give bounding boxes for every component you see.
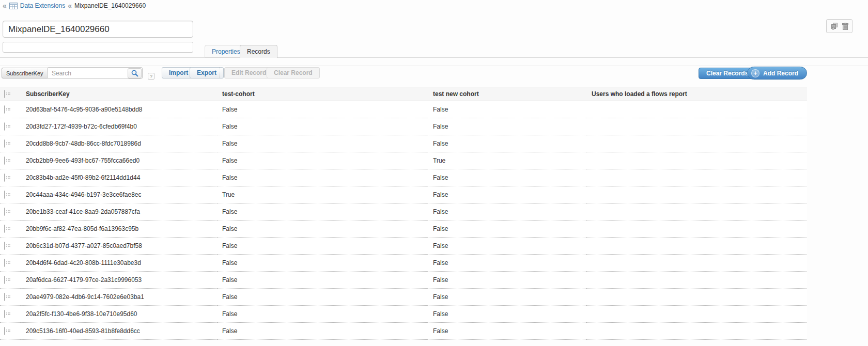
cell-users-flows-report <box>586 238 807 255</box>
row-checkbox[interactable] <box>4 310 5 318</box>
cell-users-flows-report <box>586 221 807 238</box>
cell-test-cohort: True <box>217 186 428 203</box>
column-header-subscriberkey[interactable]: SubscriberKey <box>21 87 217 101</box>
cell-users-flows-report <box>586 255 807 272</box>
row-checkbox[interactable] <box>4 242 5 250</box>
table-row[interactable]: 20b4d6f4-6dad-4c20-808b-1111e30abe3d Fal… <box>0 255 807 272</box>
row-checkbox[interactable] <box>4 259 5 267</box>
toolbar-divider <box>219 68 220 77</box>
breadcrumb-separator-icon: « <box>68 2 72 9</box>
cell-test-cohort: False <box>217 152 428 169</box>
data-extension-grid-icon <box>9 3 18 9</box>
cell-subscriberkey: 20a2f5fc-f130-4be6-9f38-10e710e95d60 <box>21 306 217 323</box>
row-checkbox[interactable] <box>4 208 5 216</box>
cell-test-new-cohort: False <box>428 289 586 306</box>
clear-record-button: Clear Record <box>267 67 320 78</box>
data-extension-name-field[interactable] <box>3 21 193 38</box>
select-all-checkbox[interactable] <box>4 90 5 98</box>
table-row[interactable]: 20cdd8b8-9cb7-48db-86cc-8fdc7018986d Fal… <box>0 135 807 152</box>
table-row[interactable]: 209c5136-16f0-40ed-8593-81b8fe8dd6cc Fal… <box>0 323 807 340</box>
cell-users-flows-report <box>586 186 807 203</box>
tab-records[interactable]: Records <box>240 45 277 58</box>
cell-subscriberkey: 20d3fd27-172f-4939-b72c-6cfedb69f4b0 <box>21 118 217 135</box>
cell-test-new-cohort: False <box>428 186 586 203</box>
table-row[interactable]: 20be1b33-ceaf-41ce-8aa9-2da057887cfa Fal… <box>0 203 807 221</box>
column-header-test-new-cohort[interactable]: test new cohort <box>428 87 586 101</box>
table-row[interactable]: 20ae4979-082e-4db6-9c14-7602e6e03ba1 Fal… <box>0 289 807 306</box>
table-row[interactable]: 20d3fd27-172f-4939-b72c-6cfedb69f4b0 Fal… <box>0 118 807 135</box>
add-record-button[interactable]: + Add Record <box>747 67 807 80</box>
row-checkbox[interactable] <box>4 327 5 335</box>
breadcrumb: « Data Extensions « MixpanelDE_164002966… <box>3 2 146 10</box>
magnifier-icon <box>131 70 138 77</box>
cell-test-cohort: False <box>217 289 428 306</box>
cell-test-cohort: False <box>217 272 428 289</box>
cell-subscriberkey: 20c44aaa-434c-4946-b197-3e3ce6fae8ec <box>21 186 217 203</box>
table-row[interactable]: 20cb2bb9-9ee6-493f-bc67-755fcca66ed0 Fal… <box>0 152 807 169</box>
cell-subscriberkey: 20c83b4b-ad2e-45f0-89b2-6f2114dd1d44 <box>21 169 217 186</box>
cell-test-new-cohort: True <box>428 152 586 169</box>
row-checkbox[interactable] <box>4 122 5 131</box>
table-row[interactable]: 20bb9f6c-af82-47ea-805d-f6a13963c95b Fal… <box>0 221 807 238</box>
table-row[interactable]: 20a2f5fc-f130-4be6-9f38-10e710e95d60 Fal… <box>0 306 807 323</box>
cell-test-cohort: False <box>217 221 428 238</box>
tab-baseline <box>0 57 868 58</box>
table-row[interactable]: 20af6dca-6627-4179-97ce-2a31c9996053 Fal… <box>0 272 807 289</box>
entity-actions-box <box>826 19 853 33</box>
cell-test-cohort: False <box>217 135 428 152</box>
cell-subscriberkey: 20af6dca-6627-4179-97ce-2a31c9996053 <box>21 272 217 289</box>
row-checkbox[interactable] <box>4 225 5 233</box>
cell-subscriberkey: 20be1b33-ceaf-41ce-8aa9-2da057887cfa <box>21 203 217 221</box>
search-field-dropdown-label: SubscriberKey <box>6 70 43 76</box>
cell-test-new-cohort: False <box>428 323 586 340</box>
plus-icon: + <box>751 69 760 77</box>
back-chevrons-icon[interactable]: « <box>3 2 7 9</box>
row-checkbox[interactable] <box>4 105 5 114</box>
row-checkbox[interactable] <box>4 191 5 199</box>
cell-test-cohort: False <box>217 101 428 118</box>
copy-icon[interactable] <box>831 23 839 30</box>
row-checkbox[interactable] <box>4 156 5 165</box>
cell-test-cohort: False <box>217 203 428 221</box>
cell-test-cohort: False <box>217 323 428 340</box>
cell-users-flows-report <box>586 289 807 306</box>
cell-subscriberkey: 20b6c31d-b07d-4377-a027-85c0aed7bf58 <box>21 238 217 255</box>
cell-users-flows-report <box>586 306 807 323</box>
column-header-test-cohort[interactable]: test-cohort <box>217 87 428 101</box>
search-button[interactable] <box>128 68 142 78</box>
cell-users-flows-report <box>586 169 807 186</box>
cell-test-new-cohort: False <box>428 238 586 255</box>
cell-users-flows-report <box>586 135 807 152</box>
cell-test-cohort: False <box>217 306 428 323</box>
cell-test-new-cohort: False <box>428 118 586 135</box>
cell-users-flows-report <box>586 323 807 340</box>
row-checkbox[interactable] <box>4 174 5 182</box>
cell-test-cohort: False <box>217 238 428 255</box>
table-row[interactable]: 20c44aaa-434c-4946-b197-3e3ce6fae8ec Tru… <box>0 186 807 203</box>
row-checkbox[interactable] <box>4 139 5 148</box>
table-row[interactable]: 20c83b4b-ad2e-45f0-89b2-6f2114dd1d44 Fal… <box>0 169 807 186</box>
help-icon[interactable]: ? <box>148 73 154 80</box>
cell-test-cohort: False <box>217 118 428 135</box>
cell-test-cohort: False <box>217 169 428 186</box>
cell-test-new-cohort: False <box>428 101 586 118</box>
row-checkbox[interactable] <box>4 276 5 284</box>
column-header-users-flows-report[interactable]: Users who loaded a flows report <box>586 87 807 101</box>
cell-users-flows-report <box>586 101 807 118</box>
table-row[interactable]: 20d63baf-5476-4c95-9036-a90e5148bdd8 Fal… <box>0 101 807 118</box>
breadcrumb-data-extensions-link[interactable]: Data Extensions <box>20 2 65 9</box>
records-table-body: 20d63baf-5476-4c95-9036-a90e5148bdd8 Fal… <box>0 101 807 340</box>
data-extension-records-page: « Data Extensions « MixpanelDE_164002966… <box>0 0 868 346</box>
cell-test-new-cohort: False <box>428 306 586 323</box>
trash-icon[interactable] <box>842 23 848 30</box>
cell-test-new-cohort: False <box>428 272 586 289</box>
table-row[interactable]: 20b6c31d-b07d-4377-a027-85c0aed7bf58 Fal… <box>0 238 807 255</box>
cell-subscriberkey: 20bb9f6c-af82-47ea-805d-f6a13963c95b <box>21 221 217 238</box>
external-key-field[interactable] <box>3 42 193 53</box>
cell-test-new-cohort: False <box>428 255 586 272</box>
row-checkbox[interactable] <box>4 293 5 301</box>
cell-subscriberkey: 20ae4979-082e-4db6-9c14-7602e6e03ba1 <box>21 289 217 306</box>
breadcrumb-current: MixpanelDE_1640029660 <box>74 2 146 9</box>
cell-test-new-cohort: False <box>428 135 586 152</box>
cell-subscriberkey: 20cb2bb9-9ee6-493f-bc67-755fcca66ed0 <box>21 152 217 169</box>
